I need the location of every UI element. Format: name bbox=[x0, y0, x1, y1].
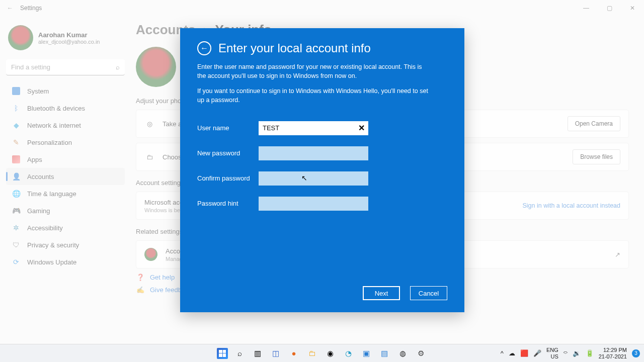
modal-description: Enter the user name and password for you… bbox=[197, 62, 429, 111]
chevron-up-icon[interactable]: ^ bbox=[501, 349, 504, 357]
task-view-icon[interactable]: ▥ bbox=[251, 347, 264, 360]
password-hint-input[interactable] bbox=[259, 197, 368, 211]
search-taskbar-icon[interactable]: ⌕ bbox=[233, 347, 246, 360]
language-indicator[interactable]: ENG US bbox=[546, 347, 558, 359]
obs-icon[interactable]: ◍ bbox=[396, 347, 409, 360]
next-button[interactable]: Next bbox=[363, 286, 400, 300]
settings-taskbar-icon[interactable]: ⚙ bbox=[414, 347, 427, 360]
clock-date: 21-07-2021 bbox=[599, 353, 627, 359]
tray-app-icon[interactable]: 🟥 bbox=[520, 349, 528, 357]
taskbar: ⌕ ▥ ◫ ● 🗀 ◉ ◔ ▣ ▤ ◍ ⚙ ^ ☁ 🟥 🎤 ENG US ⌔ 🔉… bbox=[0, 344, 644, 362]
firefox-icon[interactable]: ● bbox=[287, 347, 300, 360]
new-password-label: New password bbox=[197, 149, 259, 157]
wifi-tray-icon[interactable]: ⌔ bbox=[564, 349, 568, 357]
clock[interactable]: 12:29 PM 21-07-2021 bbox=[599, 347, 627, 359]
notification-badge[interactable]: 3 bbox=[632, 349, 640, 357]
lang-line: ENG bbox=[546, 347, 558, 353]
modal-desc-line: Enter the user name and password for you… bbox=[197, 62, 429, 80]
volume-icon[interactable]: 🔉 bbox=[573, 349, 581, 357]
modal-desc-line: If you want to continue to sign in to Wi… bbox=[197, 86, 429, 105]
modal-title: Enter your local account info bbox=[218, 41, 371, 55]
lang-line: US bbox=[546, 353, 558, 359]
store-icon[interactable]: ▣ bbox=[360, 347, 373, 360]
battery-icon[interactable]: 🔋 bbox=[586, 349, 594, 357]
chrome-icon[interactable]: ◉ bbox=[324, 347, 337, 360]
widgets-icon[interactable]: ◫ bbox=[269, 347, 282, 360]
modal-back-button[interactable]: ← bbox=[197, 41, 211, 55]
start-button[interactable] bbox=[217, 348, 228, 359]
local-account-modal: ← Enter your local account info Enter th… bbox=[180, 28, 464, 312]
username-input[interactable] bbox=[259, 121, 368, 135]
confirm-password-input[interactable] bbox=[259, 171, 368, 186]
edge-icon[interactable]: ◔ bbox=[342, 347, 355, 360]
confirm-password-label: Confirm password bbox=[197, 174, 259, 182]
file-explorer-icon[interactable]: 🗀 bbox=[305, 347, 318, 360]
username-label: User name bbox=[197, 124, 259, 132]
cancel-button[interactable]: Cancel bbox=[410, 286, 447, 300]
onedrive-icon[interactable]: ☁ bbox=[509, 349, 515, 357]
password-hint-label: Password hint bbox=[197, 200, 259, 207]
new-password-input[interactable] bbox=[259, 146, 368, 160]
clock-time: 12:29 PM bbox=[599, 347, 627, 353]
app-icon[interactable]: ▤ bbox=[378, 347, 391, 360]
system-tray[interactable]: ^ ☁ 🟥 🎤 ENG US ⌔ 🔉 🔋 12:29 PM 21-07-2021… bbox=[501, 347, 640, 359]
clear-icon[interactable]: ✕ bbox=[356, 123, 366, 133]
mic-icon[interactable]: 🎤 bbox=[533, 349, 541, 357]
username-field-wrap: ✕ bbox=[259, 121, 368, 135]
